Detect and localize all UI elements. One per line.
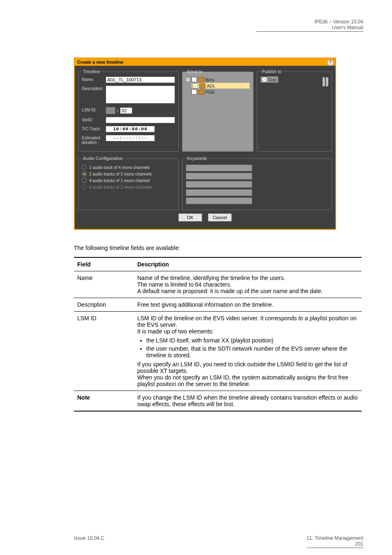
lsmid-bullet-2: the user number, that is the SDTI networ…: [146, 345, 358, 358]
tctrack-label: T/C Track:: [82, 126, 106, 131]
checkbox-pge[interactable]: [191, 89, 197, 95]
timeline-group: Timeline Name: Description: LSM ID:: [78, 69, 179, 152]
audio-config-group: Audio Configuration 1 audio track of 4 m…: [78, 156, 179, 210]
th-desc: Description: [134, 257, 362, 271]
checkbox-bins[interactable]: [191, 77, 197, 82]
tctrack-input[interactable]: [106, 126, 155, 132]
header-line2: User's Manual: [256, 25, 363, 30]
audio-radio-3[interactable]: 4 audio tracks of 1 mono channel: [82, 178, 175, 183]
checkbox-adl[interactable]: ✓: [193, 83, 198, 88]
audio-radio-4-label: 4 audio tracks of 2 mono channels: [89, 185, 152, 190]
keyword-input-2[interactable]: [186, 173, 252, 180]
audio-radio-1[interactable]: 1 audio track of 4 mono channels: [82, 165, 175, 170]
audio-legend: Audio Configuration: [82, 156, 124, 161]
row-desc-desc: Free text giving additional information …: [134, 298, 362, 312]
row-name-field: Name: [74, 271, 134, 298]
header-line1: IPEdit – Version 10.04: [314, 19, 363, 25]
lsmid-picker-button[interactable]: [106, 107, 115, 114]
ok-button[interactable]: OK: [178, 213, 202, 222]
sendto-legend: Send to: [186, 69, 204, 74]
keyword-input-5[interactable]: [186, 197, 252, 204]
audio-radio-2[interactable]: 2 audio tracks of 2 mono channels: [82, 171, 175, 176]
tree-node-adl[interactable]: ✓ ADL: [191, 83, 250, 89]
folder-icon: [199, 83, 205, 88]
checkbox-doc[interactable]: ✓: [262, 77, 267, 82]
description-input[interactable]: [106, 86, 175, 104]
description-label: Description:: [82, 86, 106, 91]
sendto-tree: − Bins ✓: [186, 77, 250, 95]
row-name-desc: Name of the timeline, identifying the ti…: [134, 271, 362, 298]
lsmid-slash: /: [117, 108, 118, 113]
lsmid-bullet-1: the LSM ID itself, with format XX (playl…: [146, 337, 358, 344]
intro-text: The following timeline fields are availa…: [74, 244, 363, 252]
publishto-legend: Publish to: [261, 69, 283, 74]
row-note-desc: If you change the LSM ID when the timeli…: [134, 391, 362, 412]
name-input[interactable]: [106, 76, 175, 83]
audio-radio-2-label: 2 audio tracks of 2 mono channels: [89, 172, 152, 176]
timeline-legend: Timeline: [82, 69, 101, 74]
sendto-group: Send to − Bins: [182, 69, 254, 152]
cancel-button[interactable]: Cancel: [208, 213, 232, 222]
tree-label-adl: ADL: [207, 83, 215, 88]
keywords-legend: Keywords: [186, 156, 208, 161]
lsmid-user-input[interactable]: [120, 107, 132, 114]
fields-table: Field Description Name Name of the timel…: [74, 257, 362, 412]
publishto-group: Publish to ✓ Doc: [257, 69, 332, 152]
lsmid-label: LSM ID:: [82, 107, 106, 112]
tree-label-pge: PGE: [205, 90, 215, 95]
name-label: Name:: [82, 76, 106, 82]
tree-node-pge[interactable]: PGE: [191, 89, 250, 95]
help-icon[interactable]: ?: [327, 59, 334, 66]
varid-label: VarID:: [82, 117, 106, 122]
keyword-input-1[interactable]: [186, 164, 252, 171]
publish-label-doc: Doc: [269, 77, 277, 82]
tree-label-bins: Bins: [205, 77, 214, 82]
collapse-icon[interactable]: −: [186, 77, 190, 82]
folder-icon: [198, 90, 204, 95]
row-lsmid-field: LSM ID: [74, 312, 134, 391]
dialog-title: Create a new timeline: [77, 60, 124, 65]
footer-left: Issue 10.04.C: [74, 535, 104, 541]
row-note-field: Note: [74, 391, 134, 412]
screenshot-figure: Create a new timeline ? Timeline Name: D…: [74, 58, 363, 230]
dialog-titlebar: Create a new timeline ?: [75, 58, 335, 66]
folder-icon: [198, 77, 204, 82]
keyword-input-4[interactable]: [186, 189, 252, 196]
row-lsmid-desc: LSM ID of the timeline on the EVS video …: [134, 312, 362, 391]
varid-input[interactable]: [106, 117, 175, 123]
audio-radio-4: 4 audio tracks of 2 mono channels: [82, 185, 175, 190]
estdur-input[interactable]: [106, 135, 155, 141]
create-timeline-dialog: Create a new timeline ? Timeline Name: D…: [74, 58, 336, 230]
decorative-bars: [323, 77, 328, 86]
row-desc-field: Description: [74, 298, 134, 312]
audio-radio-1-label: 1 audio track of 4 mono channels: [89, 165, 150, 170]
tree-node-bins[interactable]: − Bins: [186, 77, 250, 82]
keyword-input-3[interactable]: [186, 181, 252, 188]
publish-item-doc[interactable]: ✓ Doc: [261, 76, 278, 83]
th-field: Field: [74, 257, 134, 271]
keywords-group: Keywords: [182, 156, 332, 210]
estdur-label: Estimated duration :: [82, 135, 106, 145]
page-header: IPEdit – Version 10.04 User's Manual: [256, 19, 363, 32]
footer-right: 11. Timeline Management 201: [307, 535, 363, 548]
audio-radio-3-label: 4 audio tracks of 1 mono channel: [89, 178, 150, 183]
